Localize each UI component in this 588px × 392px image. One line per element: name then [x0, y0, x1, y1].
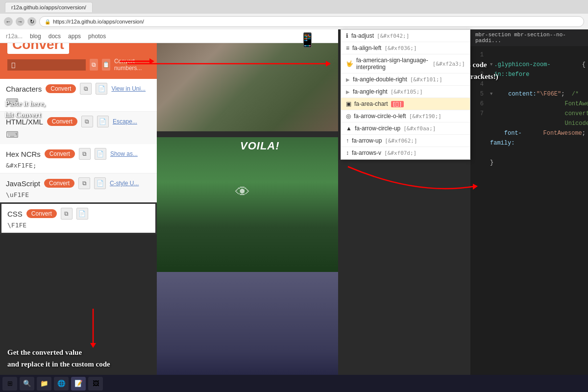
line-numbers: 1 2 3 4 5 6 7 — [470, 46, 488, 392]
editor-title: mbr-section mbr-section--no-paddi... — [475, 32, 566, 44]
htmlxml-file-button[interactable]: 📄 — [97, 116, 109, 127]
dropdown-item-fa-angle-double[interactable]: ▶ fa-angle-double-right [&#xf101;] — [341, 74, 470, 86]
fa-asl-icon: 🤟 — [346, 60, 353, 67]
code-line-7: } — [490, 158, 586, 168]
taskbar-folder-button[interactable]: 📁 — [37, 377, 51, 391]
keyboard-icon-html: ⌨ — [6, 130, 19, 140]
arrow-right — [118, 54, 157, 69]
taskbar: ⊞ 🔍 📁 🌐 📝 🖼 — [0, 375, 588, 392]
semicolon-2: ; — [582, 128, 586, 138]
dropdown-item-fa-adjust[interactable]: ℹ fa-adjust [&#xf042;] — [341, 30, 470, 42]
characters-file-button[interactable]: 📄 — [96, 83, 107, 95]
javascript-cstyle-link[interactable]: C-style U... — [110, 180, 139, 187]
fa-arrows-v-icon: ↕ — [346, 149, 349, 156]
css-label: CSS — [7, 210, 23, 218]
dropdown-item-fa-arrows-v[interactable]: ↕ fa-arrows-v [&#xf07d;] — [341, 147, 470, 159]
site-logo-placeholder: r12a... — [6, 33, 23, 40]
main-input[interactable] — [7, 59, 86, 71]
dropdown-item-code: [&#xf042;] — [377, 33, 409, 39]
string-value: "\F06E" — [537, 89, 561, 99]
dropdown-item-code: [&#xf2a3;] — [433, 61, 465, 67]
forward-button[interactable]: → — [16, 17, 24, 26]
dropdown-item-label: fa-american-sign-language-interpreting — [356, 57, 430, 71]
dropdown-item-code: [&#xf036;] — [384, 45, 416, 51]
characters-convert-button[interactable]: Convert — [46, 84, 76, 93]
back-button[interactable]: ← — [4, 17, 13, 26]
nav-blog[interactable]: blog — [30, 33, 41, 40]
brace-close: } — [490, 158, 493, 168]
taskbar-start-button[interactable]: ⊞ — [2, 377, 17, 391]
browser-tab[interactable]: r12a.github.io/apps/conversion/ — [5, 2, 93, 12]
voila-text: VOILA! — [240, 140, 280, 152]
dropdown-item-fa-arrow-up[interactable]: ↑ fa-arrow-up [&#xf062;] — [341, 135, 470, 147]
css-file-button[interactable]: 📄 — [76, 208, 88, 220]
javascript-convert-button[interactable]: Convert — [44, 179, 74, 188]
dropdown-item-code: [&#xf101;] — [410, 76, 442, 83]
hexncrs-show-link[interactable]: Show as... — [110, 150, 138, 157]
dropdown-item-label: fa-arrow-circle-up — [355, 125, 400, 132]
refresh-button[interactable]: ↻ — [27, 17, 36, 26]
address-bar[interactable]: 🔒 https://r12a.github.io/apps/conversion… — [39, 16, 584, 27]
fold-arrow-4[interactable]: ▼ — [490, 89, 492, 99]
line-numbers-area: 1 2 3 4 5 6 7 ▼ .glyphicon-zoom-in::befo… — [470, 46, 588, 392]
fa-arrow-circle-o-icon: ◎ — [346, 113, 351, 120]
dropdown-item-fa-area-chart[interactable]: ▣ fa-area-chart [] — [341, 98, 470, 110]
hexncrs-file-button[interactable]: 📄 — [95, 148, 106, 160]
highlighted-code: [] — [391, 101, 404, 107]
taskbar-editor-button[interactable]: 📝 — [71, 377, 86, 391]
copy-main-button[interactable]: ⧉ — [90, 59, 98, 71]
code-line-1 — [490, 50, 586, 60]
site-nav: r12a... blog docs apps photos — [0, 29, 338, 43]
dropdown-item-code: [&#xf0aa;] — [403, 125, 436, 132]
dropdown-item-label: fa-arrows-v — [352, 149, 381, 156]
dropdown-item-label: fa-adjust — [351, 32, 374, 39]
css-output: \F1FE — [7, 221, 149, 229]
javascript-file-button[interactable]: 📄 — [94, 177, 106, 189]
hexncrs-convert-button[interactable]: Convert — [45, 149, 75, 158]
dropdown-item-label: fa-angle-double-right — [353, 76, 407, 83]
characters-copy-button[interactable]: ⧉ — [80, 83, 92, 95]
dropdown-item-code: [&#xf105;] — [391, 89, 423, 95]
taskbar-search-button[interactable]: 🔍 — [20, 377, 34, 391]
dropdown-item-fa-asl[interactable]: 🤟 fa-american-sign-language-interpreting… — [341, 54, 470, 74]
view-in-uni-link[interactable]: View in Uni... — [111, 85, 146, 92]
tab-label: r12a.github.io/apps/conversion/ — [11, 4, 86, 10]
dropdown-item-fa-arrow-circle-o[interactable]: ◎ fa-arrow-circle-o-left [&#xf190;] — [341, 110, 470, 122]
fa-arrow-circle-up-icon: ▲ — [346, 125, 352, 132]
css-convert-button[interactable]: Convert — [26, 209, 57, 218]
dropdown-item-code: [&#xf062;] — [385, 138, 417, 144]
fa-area-chart-icon: ▣ — [346, 100, 351, 107]
comment-text: /* FontAwesome converted Unicode — [564, 89, 588, 128]
svg-marker-1 — [149, 58, 154, 64]
expand-arrow-icon-2: ▶ — [346, 89, 350, 95]
hexncrs-copy-button[interactable]: ⧉ — [79, 148, 91, 160]
dropdown-item-code: [&#xf07d;] — [384, 150, 416, 156]
browser-tabs: r12a.github.io/apps/conversion/ — [0, 0, 588, 14]
nav-photos[interactable]: photos — [88, 33, 106, 40]
taskbar-image-button[interactable]: 🖼 — [88, 377, 103, 391]
dropdown-panel: ℹ fa-adjust [&#xf042;] ≡ fa-align-left [… — [341, 29, 470, 160]
css-copy-button[interactable]: ⧉ — [61, 208, 73, 220]
paste-main-button[interactable]: 📋 — [102, 59, 110, 71]
dropdown-item-code: [&#xf190;] — [409, 113, 441, 120]
htmlxml-convert-button[interactable]: Convert — [47, 117, 77, 126]
javascript-copy-button[interactable]: ⧉ — [78, 177, 90, 189]
htmlxml-copy-button[interactable]: ⧉ — [81, 116, 93, 127]
hexncrs-label: Hex NCRs — [6, 150, 41, 158]
property-content: content: — [494, 89, 536, 99]
property-font-family: font-family: — [490, 128, 543, 148]
nav-apps[interactable]: apps — [68, 33, 81, 40]
nav-docs[interactable]: docs — [49, 33, 61, 40]
mobile-icon: 📱 — [299, 32, 316, 48]
bottom-annotation: Get the converted value and replace it i… — [7, 346, 110, 370]
dropdown-item-fa-align[interactable]: ≡ fa-align-left [&#xf036;] — [341, 42, 470, 54]
htmlxml-escape-link[interactable]: Escape... — [113, 118, 137, 125]
taskbar-browser-button[interactable]: 🌐 — [54, 377, 69, 391]
dropdown-item-label: fa-arrow-up — [352, 137, 382, 144]
value-font-awesome: FontAwesome — [543, 128, 582, 138]
dropdown-item-fa-arrow-circle-up[interactable]: ▲ fa-arrow-circle-up [&#xf0aa;] — [341, 122, 470, 135]
code-line-4: ▼ content: "\F06E" ; /* FontAwesome conv… — [490, 89, 586, 128]
dropdown-item-fa-angle-right[interactable]: ▶ fa-angle-right [&#xf105;] — [341, 86, 470, 98]
browser-nav: ← → ↻ 🔒 https://r12a.github.io/apps/conv… — [0, 14, 588, 29]
fa-align-icon: ≡ — [346, 45, 349, 51]
